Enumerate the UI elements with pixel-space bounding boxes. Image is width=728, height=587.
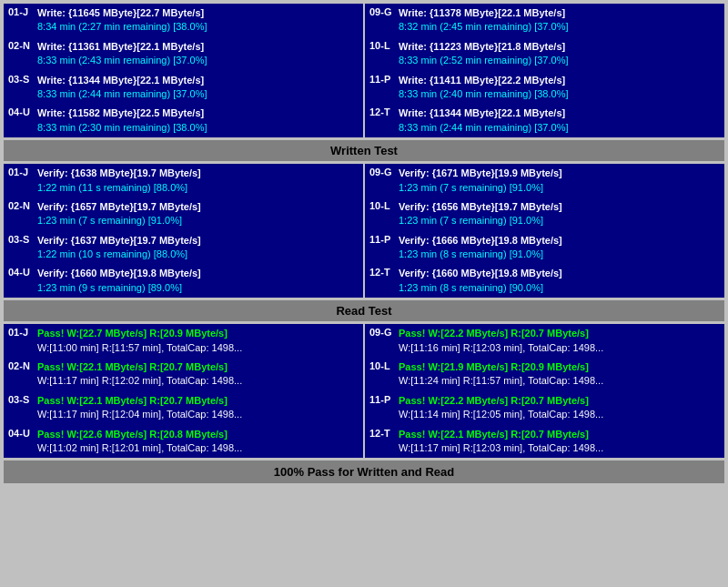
verify-line2-11p: 1:23 min (8 s remaining) [91.0%] bbox=[399, 248, 720, 261]
pass-content-03s: Pass! W:[22.1 MByte/s] R:[20.7 MByte/s] … bbox=[37, 394, 359, 422]
pass-line2-09g: W:[11:16 min] R:[12:03 min], TotalCap: 1… bbox=[399, 341, 720, 355]
write-content-04u: Write: {11582 MByte}[22.5 MByte/s] 8:33 … bbox=[37, 106, 359, 135]
pass-cell-03s: 03-S Pass! W:[22.1 MByte/s] R:[20.7 MByt… bbox=[4, 391, 363, 425]
pass-line1-10l: Pass! W:[21.9 MByte/s] R:[20.9 MByte/s] bbox=[399, 360, 720, 374]
footer-bar: 100% Pass for Written and Read bbox=[4, 460, 724, 483]
verify-label-10l: 10-L bbox=[369, 200, 395, 211]
verify-line1-12t: Verify: {1660 MByte}[19.8 MByte/s] bbox=[399, 267, 720, 280]
write-content-11p: Write: {11411 MByte}[22.2 MByte/s] 8:33 … bbox=[399, 74, 720, 102]
write-line1-01j: Write: {11645 MByte}[22.7 MByte/s] bbox=[37, 6, 359, 20]
verify-label-03s: 03-S bbox=[8, 234, 34, 245]
write-line2-03s: 8:33 min (2:44 min remaining) [37.0%] bbox=[37, 87, 359, 101]
label-02n: 02-N bbox=[8, 40, 34, 51]
pass-line2-11p: W:[11:14 min] R:[12:05 min], TotalCap: 1… bbox=[399, 408, 720, 421]
verify-cell-11p: 11-P Verify: {1666 MByte}[19.8 MByte/s] … bbox=[365, 231, 724, 265]
pass-line1-12t: Pass! W:[22.1 MByte/s] R:[20.7 MByte/s] bbox=[399, 428, 720, 441]
verify-line1-09g: Verify: {1671 MByte}[19.9 MByte/s] bbox=[399, 167, 720, 180]
verify-line2-09g: 1:23 min (7 s remaining) [91.0%] bbox=[399, 181, 720, 195]
write-content-02n: Write: {11361 MByte}[22.1 MByte/s] 8:33 … bbox=[37, 40, 359, 68]
verify-line2-04u: 1:23 min (9 s remaining) [89.0%] bbox=[37, 281, 359, 295]
write-content-03s: Write: {11344 MByte}[22.1 MByte/s] 8:33 … bbox=[37, 74, 359, 102]
pass-label-12t: 12-T bbox=[369, 428, 395, 439]
write-grid: 01-J Write: {11645 MByte}[22.7 MByte/s] … bbox=[4, 4, 724, 137]
label-10l: 10-L bbox=[369, 40, 395, 51]
write-section: 01-J Write: {11645 MByte}[22.7 MByte/s] … bbox=[4, 4, 724, 137]
write-cell-01j: 01-J Write: {11645 MByte}[22.7 MByte/s] … bbox=[4, 4, 363, 37]
label-09g: 09-G bbox=[369, 6, 395, 17]
verify-content-01j: Verify: {1638 MByte}[19.7 MByte/s] 1:22 … bbox=[37, 167, 359, 195]
main-container: 01-J Write: {11645 MByte}[22.7 MByte/s] … bbox=[0, 0, 728, 487]
write-line1-11p: Write: {11411 MByte}[22.2 MByte/s] bbox=[399, 74, 720, 87]
label-04u: 04-U bbox=[8, 106, 34, 117]
write-line2-02n: 8:33 min (2:43 min remaining) [37.0%] bbox=[37, 54, 359, 67]
write-cell-09g: 09-G Write: {11378 MByte}[22.1 MByte/s] … bbox=[365, 4, 724, 37]
verify-content-02n: Verify: {1657 MByte}[19.7 MByte/s] 1:23 … bbox=[37, 200, 359, 228]
pass-cell-02n: 02-N Pass! W:[22.1 MByte/s] R:[20.7 MByt… bbox=[4, 358, 363, 391]
pass-content-02n: Pass! W:[22.1 MByte/s] R:[20.7 MByte/s] … bbox=[37, 360, 359, 389]
write-line1-09g: Write: {11378 MByte}[22.1 MByte/s] bbox=[399, 6, 720, 20]
write-cell-03s: 03-S Write: {11344 MByte}[22.1 MByte/s] … bbox=[4, 71, 363, 105]
verify-line1-11p: Verify: {1666 MByte}[19.8 MByte/s] bbox=[399, 234, 720, 248]
verify-left-col: 01-J Verify: {1638 MByte}[19.7 MByte/s] … bbox=[4, 164, 363, 298]
pass-label-09g: 09-G bbox=[369, 327, 395, 338]
verify-cell-01j: 01-J Verify: {1638 MByte}[19.7 MByte/s] … bbox=[4, 164, 363, 197]
label-12t: 12-T bbox=[369, 106, 395, 117]
verify-content-12t: Verify: {1660 MByte}[19.8 MByte/s] 1:23 … bbox=[399, 267, 720, 295]
pass-cell-01j: 01-J Pass! W:[22.7 MByte/s] R:[20.9 MByt… bbox=[4, 324, 363, 358]
pass-content-01j: Pass! W:[22.7 MByte/s] R:[20.9 MByte/s] … bbox=[37, 327, 359, 355]
write-line2-12t: 8:33 min (2:44 min remaining) [37.0%] bbox=[399, 121, 720, 135]
write-line2-10l: 8:33 min (2:52 min remaining) [37.0%] bbox=[399, 54, 720, 67]
pass-cell-10l: 10-L Pass! W:[21.9 MByte/s] R:[20.9 MByt… bbox=[365, 358, 724, 391]
verify-label-09g: 09-G bbox=[369, 167, 395, 177]
pass-line2-03s: W:[11:17 min] R:[12:04 min], TotalCap: 1… bbox=[37, 408, 359, 421]
pass-right-col: 09-G Pass! W:[22.2 MByte/s] R:[20.7 MByt… bbox=[365, 324, 724, 458]
verify-line2-12t: 1:23 min (8 s remaining) [90.0%] bbox=[399, 281, 720, 295]
pass-label-03s: 03-S bbox=[8, 394, 34, 405]
pass-line2-12t: W:[11:17 min] R:[12:03 min], TotalCap: 1… bbox=[399, 441, 720, 455]
write-cell-02n: 02-N Write: {11361 MByte}[22.1 MByte/s] … bbox=[4, 37, 363, 71]
pass-content-11p: Pass! W:[22.2 MByte/s] R:[20.7 MByte/s] … bbox=[399, 394, 720, 422]
write-line1-04u: Write: {11582 MByte}[22.5 MByte/s] bbox=[37, 106, 359, 120]
write-line1-03s: Write: {11344 MByte}[22.1 MByte/s] bbox=[37, 74, 359, 87]
verify-grid: 01-J Verify: {1638 MByte}[19.7 MByte/s] … bbox=[4, 164, 724, 298]
write-cell-12t: 12-T Write: {11344 MByte}[22.1 MByte/s] … bbox=[365, 104, 724, 137]
pass-label-11p: 11-P bbox=[369, 394, 395, 405]
verify-line2-03s: 1:22 min (10 s remaining) [88.0%] bbox=[37, 248, 359, 261]
write-line1-10l: Write: {11223 MByte}[21.8 MByte/s] bbox=[399, 40, 720, 54]
verify-section: 01-J Verify: {1638 MByte}[19.7 MByte/s] … bbox=[4, 164, 724, 298]
label-11p: 11-P bbox=[369, 74, 395, 85]
pass-line1-02n: Pass! W:[22.1 MByte/s] R:[20.7 MByte/s] bbox=[37, 360, 359, 374]
read-test-header: Read Test bbox=[4, 300, 724, 321]
verify-line1-03s: Verify: {1637 MByte}[19.7 MByte/s] bbox=[37, 234, 359, 248]
pass-section: 01-J Pass! W:[22.7 MByte/s] R:[20.9 MByt… bbox=[4, 324, 724, 458]
pass-cell-09g: 09-G Pass! W:[22.2 MByte/s] R:[20.7 MByt… bbox=[365, 324, 724, 358]
verify-content-03s: Verify: {1637 MByte}[19.7 MByte/s] 1:22 … bbox=[37, 234, 359, 262]
write-left-col: 01-J Write: {11645 MByte}[22.7 MByte/s] … bbox=[4, 4, 363, 137]
verify-right-col: 09-G Verify: {1671 MByte}[19.9 MByte/s] … bbox=[365, 164, 724, 298]
write-line2-09g: 8:32 min (2:45 min remaining) [37.0%] bbox=[399, 20, 720, 34]
pass-label-01j: 01-J bbox=[8, 327, 34, 338]
verify-label-12t: 12-T bbox=[369, 267, 395, 278]
pass-cell-11p: 11-P Pass! W:[22.2 MByte/s] R:[20.7 MByt… bbox=[365, 391, 724, 425]
verify-line1-04u: Verify: {1660 MByte}[19.8 MByte/s] bbox=[37, 267, 359, 280]
write-line1-02n: Write: {11361 MByte}[22.1 MByte/s] bbox=[37, 40, 359, 54]
verify-content-10l: Verify: {1656 MByte}[19.7 MByte/s] 1:23 … bbox=[399, 200, 720, 228]
write-cell-11p: 11-P Write: {11411 MByte}[22.2 MByte/s] … bbox=[365, 71, 724, 105]
verify-cell-12t: 12-T Verify: {1660 MByte}[19.8 MByte/s] … bbox=[365, 264, 724, 298]
write-cell-10l: 10-L Write: {11223 MByte}[21.8 MByte/s] … bbox=[365, 37, 724, 71]
pass-left-col: 01-J Pass! W:[22.7 MByte/s] R:[20.9 MByt… bbox=[4, 324, 363, 458]
write-content-09g: Write: {11378 MByte}[22.1 MByte/s] 8:32 … bbox=[399, 6, 720, 35]
verify-line1-02n: Verify: {1657 MByte}[19.7 MByte/s] bbox=[37, 200, 359, 214]
write-line1-12t: Write: {11344 MByte}[22.1 MByte/s] bbox=[399, 106, 720, 120]
verify-label-04u: 04-U bbox=[8, 267, 34, 278]
verify-line2-01j: 1:22 min (11 s remaining) [88.0%] bbox=[37, 181, 359, 195]
verify-label-02n: 02-N bbox=[8, 200, 34, 211]
pass-line2-04u: W:[11:02 min] R:[12:01 min], TotalCap: 1… bbox=[37, 441, 359, 455]
verify-cell-04u: 04-U Verify: {1660 MByte}[19.8 MByte/s] … bbox=[4, 264, 363, 298]
pass-line1-09g: Pass! W:[22.2 MByte/s] R:[20.7 MByte/s] bbox=[399, 327, 720, 340]
write-content-10l: Write: {11223 MByte}[21.8 MByte/s] 8:33 … bbox=[399, 40, 720, 68]
pass-content-09g: Pass! W:[22.2 MByte/s] R:[20.7 MByte/s] … bbox=[399, 327, 720, 355]
write-content-12t: Write: {11344 MByte}[22.1 MByte/s] 8:33 … bbox=[399, 106, 720, 135]
pass-line1-04u: Pass! W:[22.6 MByte/s] R:[20.8 MByte/s] bbox=[37, 428, 359, 441]
write-line2-04u: 8:33 min (2:30 min remaining) [38.0%] bbox=[37, 121, 359, 135]
